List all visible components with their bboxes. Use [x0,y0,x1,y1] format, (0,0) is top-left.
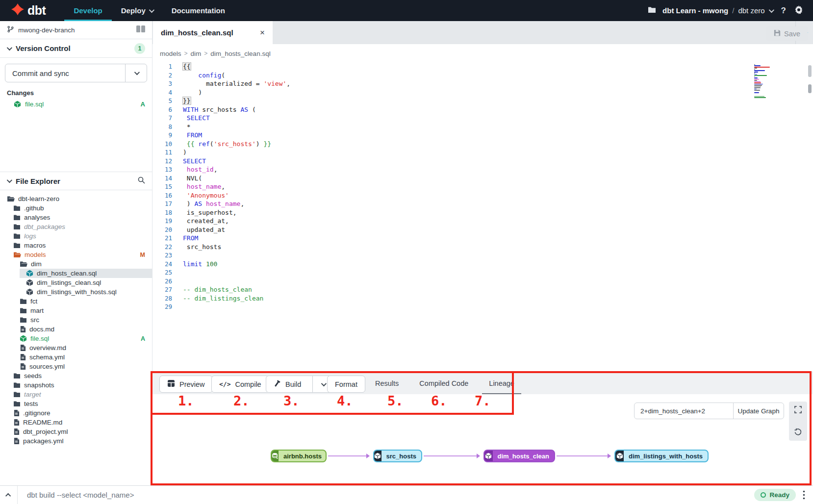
code-line[interactable]: 15 host_name, [152,182,290,191]
code-line[interactable]: 10 {{ ref('src_hosts') }} [152,140,290,149]
tree-item-analyses[interactable]: analyses [0,213,152,222]
tree-item-README.md[interactable]: README.md [0,418,152,427]
lineage-node-src_hosts[interactable]: src_hosts [373,450,422,462]
build-button[interactable]: Build [266,376,333,393]
code-line[interactable]: 24limit 100 [152,260,290,269]
lineage-node-dim_listings_with_hosts[interactable]: dim_listings_with_hosts [614,450,709,462]
tree-item-.github[interactable]: .github [0,203,152,213]
code-line[interactable]: 23 [152,251,290,260]
code-line[interactable]: 17 ) AS host_name, [152,200,290,208]
code-line[interactable]: 21FROM [152,234,290,243]
tab-compiled-code[interactable]: Compiled Code [416,372,471,395]
tree-item-dbt-learn-zero[interactable]: dbt-learn-zero [0,194,152,203]
code-line[interactable]: 4 ) [152,88,290,97]
commit-options-dropdown[interactable] [125,64,147,82]
scrollbar-thumb[interactable] [808,84,812,93]
version-control-header[interactable]: Version Control 1 [0,39,152,58]
account-project-switcher[interactable]: dbt Learn - mwong / dbt zero [662,6,773,15]
tree-item-target[interactable]: target [0,390,152,399]
breadcrumb-segment[interactable]: dim [191,50,202,57]
command-input[interactable] [18,486,754,504]
reset-view-icon[interactable] [794,428,802,436]
tree-item-mart[interactable]: mart [0,306,152,315]
split-view-icon[interactable] [136,25,145,34]
tree-item-dim_listings_with_hosts.sql[interactable]: dim_listings_with_hosts.sql [0,287,152,297]
help-icon[interactable]: ? [779,6,788,16]
code-line[interactable]: 25 [152,268,290,277]
code-line[interactable]: 13 host_id, [152,165,290,174]
save-button[interactable]: Save [766,26,808,41]
code-line[interactable]: 18 is_superhost, [152,208,290,217]
code-line[interactable]: 12SELECT [152,157,290,166]
code-line[interactable]: 19 created_at, [152,217,290,226]
file-explorer-header[interactable]: File Explorer [0,172,152,190]
gear-icon[interactable] [794,5,803,16]
close-icon[interactable]: × [260,28,265,38]
tree-item-docs.md[interactable]: docs.md [0,325,152,334]
code-line[interactable]: 6WITH src_hosts AS ( [152,105,290,114]
code-line[interactable]: 2 config( [152,71,290,80]
lineage-node-dim_hosts_clean[interactable]: dim_hosts_clean [483,450,555,462]
code-line[interactable]: 28-- dim_listings_clean [152,294,290,303]
tree-item-seeds[interactable]: seeds [0,371,152,380]
update-graph-button[interactable]: Update Graph [733,403,784,419]
tab-lineage[interactable]: Lineage [486,372,517,395]
tree-item-overview.md[interactable]: overview.md [0,343,152,353]
breadcrumb-segment[interactable]: dim_hosts_clean.sql [210,50,270,57]
tree-item-src[interactable]: src [0,315,152,325]
tree-item-file.sql[interactable]: file.sqlA [0,334,152,343]
expand-panel-button[interactable] [0,486,18,504]
code-line[interactable]: 7 SELECT [152,114,290,123]
tree-item-dim_hosts_clean.sql[interactable]: dim_hosts_clean.sql [0,269,152,278]
compile-button[interactable]: </>Compile [211,376,269,393]
code-line[interactable]: 29 [152,302,290,311]
code-line[interactable]: 26 [152,277,290,286]
code-line[interactable]: 9 FROM [152,131,290,140]
tree-item-macros[interactable]: macros [0,241,152,250]
format-button[interactable]: Format [327,376,365,393]
search-icon[interactable] [137,176,145,186]
lineage-canvas[interactable]: Update Graph airbnb.hostssrc_hostsdim_ho… [152,394,813,485]
tab-results[interactable]: Results [372,372,402,395]
code-line[interactable]: 22 src_hosts [152,243,290,252]
code-line[interactable]: 16 'Anonymous' [152,191,290,200]
tree-item-dim_listings_clean.sql[interactable]: dim_listings_clean.sql [0,278,152,287]
nav-item-develop[interactable]: Develop [64,0,111,21]
tree-item-models[interactable]: modelsM [0,250,152,259]
code-line[interactable]: 11) [152,148,290,157]
tab-dim-hosts-clean[interactable]: dim_hosts_clean.sql × [153,21,273,44]
scrollbar-thumb[interactable] [808,65,812,77]
dbt-logo[interactable]: dbt [10,3,46,19]
code-line[interactable]: 1{{ [152,62,290,71]
code-line[interactable]: 20 updated_at [152,226,290,234]
tree-item-schema.yml[interactable]: schema.yml [0,353,152,362]
code-line[interactable]: 8 * [152,123,290,131]
commit-and-sync-button[interactable]: Commit and sync [5,64,147,82]
tree-item-dbt_project.yml[interactable]: dbt_project.yml [0,427,152,436]
tree-item-tests[interactable]: tests [0,399,152,408]
lineage-filter-input[interactable] [635,403,733,419]
tree-item-logs[interactable]: logs [0,231,152,241]
kebab-menu-icon[interactable] [803,490,805,500]
tree-item-snapshots[interactable]: snapshots [0,380,152,390]
code-line[interactable]: 3 materialized = 'view', [152,79,290,88]
branch-row[interactable]: mwong-dev-branch [0,21,152,39]
tree-item-dim[interactable]: dim [0,259,152,269]
code-line[interactable]: 5}} [152,97,290,105]
code-minimap[interactable] [754,64,773,100]
preview-button[interactable]: Preview [159,376,213,393]
tree-item-fct[interactable]: fct [0,297,152,306]
tree-item-dbt_packages[interactable]: dbt_packages [0,222,152,231]
tree-item-.gitignore[interactable]: .gitignore [0,408,152,418]
tree-item-packages.yml[interactable]: packages.yml [0,436,152,446]
changed-file-row[interactable]: file.sql A [0,99,152,109]
fullscreen-icon[interactable] [794,406,802,413]
nav-item-deploy[interactable]: Deploy [112,0,162,21]
code-line[interactable]: 14 NVL( [152,174,290,183]
lineage-node-airbnb.hosts[interactable]: airbnb.hosts [271,450,327,462]
code-line[interactable]: 27-- dim_hosts_clean [152,285,290,294]
tree-item-sources.yml[interactable]: sources.yml [0,362,152,371]
breadcrumb-segment[interactable]: models [160,50,181,57]
nav-item-documentation[interactable]: Documentation [162,0,234,21]
code-editor[interactable]: 1{{2 config(3 materialized = 'view',4 )5… [152,62,290,311]
